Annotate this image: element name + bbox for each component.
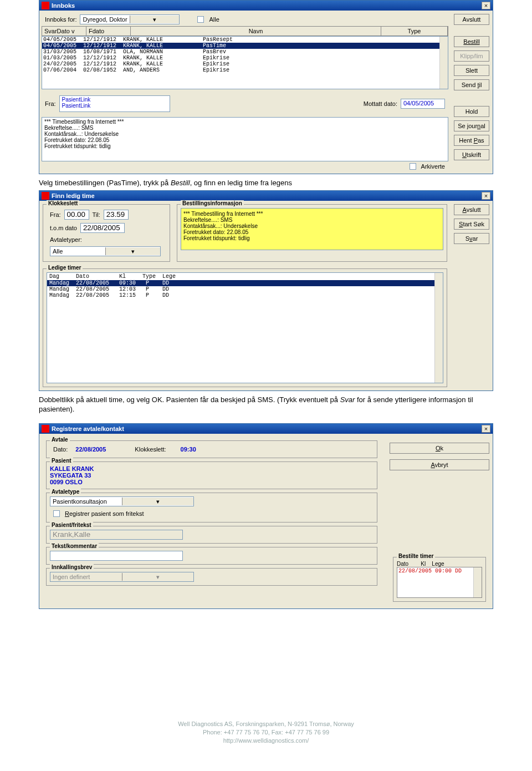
scrollbar[interactable] xyxy=(439,37,448,89)
col-navn[interactable]: Navn xyxy=(131,27,381,35)
scrollbar[interactable] xyxy=(473,567,482,597)
arkiverte-label: Arkiverte xyxy=(421,163,445,170)
innk-group: Innkallingsbrev Ingen definert▾ xyxy=(46,568,377,586)
inbox-title: Innboks xyxy=(52,2,75,9)
avtaletype-combo[interactable]: Pasientkonsultasjon▾ xyxy=(50,496,194,506)
slett-button[interactable]: Slett xyxy=(454,65,489,76)
til-label: Til: xyxy=(93,211,100,218)
regfri-checkbox[interactable] xyxy=(53,510,60,517)
flt-sidebar: Avslutt Start Søk Svar xyxy=(451,201,493,390)
hentpas-button[interactable]: Hent Pas xyxy=(454,135,489,146)
flt-title: Finn ledig time xyxy=(52,192,95,199)
inbox-detail: *** Timebestilling fra Internett *** Bek… xyxy=(42,117,448,161)
inbox-window: Innboks × Innboks for: Dyregod, Doktor▾ … xyxy=(39,0,493,174)
table-row[interactable]: Mandag 22/08/2005 12:15 P DD xyxy=(47,292,443,298)
utskrift-button[interactable]: Utskrift xyxy=(454,149,489,160)
bestilte-group: Bestilte timer Dato Kl Lege 22/08/2005 0… xyxy=(393,557,486,602)
col-type[interactable]: Type xyxy=(381,27,448,35)
sejournal-button[interactable]: Se journal xyxy=(454,120,489,131)
hold-button[interactable]: Hold xyxy=(454,106,489,117)
inbox-sidebar: Avslutt Bestill Klipp/lim Slett Send til… xyxy=(451,11,493,174)
find-time-window: Finn ledig time × Klokkeslett Fra: Til: … xyxy=(39,190,493,391)
avtale-group: Avtale Dato: 22/08/2005 Klokkeslett: 09:… xyxy=(46,440,377,458)
fra-label: Fra: xyxy=(45,100,56,107)
close-icon[interactable]: × xyxy=(482,425,490,433)
klokkeslett-group: Klokkeslett Fra: Til: t.o.m dato Avtalet… xyxy=(43,204,170,262)
table-row[interactable]: 07/06/2004 02/08/1952 AND, ANDERS Epikri… xyxy=(42,67,448,73)
tekst-group: Tekst/kommentar xyxy=(46,547,377,565)
avslutt-button[interactable]: Avslutt xyxy=(454,14,489,25)
table-row[interactable]: Mandag 22/08/2005 09:30 P DD xyxy=(47,280,443,286)
kl-value: 09:30 xyxy=(181,446,196,453)
til-input[interactable] xyxy=(104,210,129,220)
bestilte-header: Dato Kl Lege xyxy=(397,561,482,567)
all-label: Alle xyxy=(209,16,219,23)
inbox-for-label: Innboks for: xyxy=(45,16,76,23)
pasfri-group: Pasient/fritekst xyxy=(46,526,377,544)
prose-2: Dobbeltlikk på aktuell time, og velg OK.… xyxy=(39,393,493,417)
tom-label: t.o.m dato xyxy=(50,225,77,231)
avtaletyper-label: Avtaletyper: xyxy=(50,236,82,243)
app-icon xyxy=(42,2,49,9)
avslutt-button[interactable]: Avslutt xyxy=(454,204,489,215)
tekst-input[interactable] xyxy=(50,551,183,561)
pasient-addr: SYKEGATA 33 xyxy=(50,472,374,479)
chevron-down-icon[interactable]: ▾ xyxy=(122,498,194,505)
close-icon[interactable]: × xyxy=(482,2,490,9)
dato-label: Dato: xyxy=(53,446,68,453)
table-row[interactable]: 04/05/2005 12/12/1912 KRANK, KALLE PasRe… xyxy=(42,37,448,43)
sendtil-button[interactable]: Send til xyxy=(454,79,489,90)
all-checkbox[interactable] xyxy=(197,16,204,23)
pasient-group: Pasient KALLE KRANK SYKEGATA 33 0099 OSL… xyxy=(46,461,377,489)
col-svardato[interactable]: SvarDato v xyxy=(42,27,86,35)
bestinfo-text: *** Timebestilling fra Internett *** Bek… xyxy=(181,208,443,250)
pasient-name: KALLE KRANK xyxy=(50,465,374,472)
register-window: Registrere avtale/kontakt × Avtale Dato:… xyxy=(39,423,493,609)
kl-label: Klokkeslett: xyxy=(135,446,166,453)
flt-titlebar: Finn ledig time × xyxy=(39,191,493,201)
pasient-city: 0099 OSLO xyxy=(50,479,374,485)
start-sok-button[interactable]: Start Søk xyxy=(454,219,489,230)
bestill-button[interactable]: Bestill xyxy=(454,36,489,47)
table-row[interactable]: Mandag 22/08/2005 12:03 P DD xyxy=(47,286,443,292)
close-icon[interactable]: × xyxy=(482,192,490,200)
table-row[interactable]: 31/03/2005 16/08/1971 OLA, NORMANN PasBr… xyxy=(42,49,448,55)
avtaletyper-combo[interactable]: Alle▾ xyxy=(50,246,161,256)
chevron-down-icon[interactable]: ▾ xyxy=(130,16,180,23)
innk-combo: Ingen definert▾ xyxy=(50,572,194,582)
dato-value: 22/08/2005 xyxy=(75,446,106,453)
app-icon xyxy=(42,192,49,200)
prose-1: Velg timebestillingen (PasTime), trykk p… xyxy=(39,176,493,190)
fra-label: Fra: xyxy=(50,211,61,218)
table-row[interactable]: 04/05/2005 12/12/1912 KRANK, KALLE PasTi… xyxy=(42,43,448,49)
ok-button[interactable]: Ok xyxy=(390,443,489,454)
regfri-label: Registrer pasient som fritekst xyxy=(65,510,144,517)
ledige-list[interactable]: Dag Dato Kl Type Lege Mandag 22/08/2005 … xyxy=(47,272,443,383)
ledige-group: Ledige timer Dag Dato Kl Type Lege Manda… xyxy=(43,268,447,387)
avbryt-button[interactable]: Avbryt xyxy=(390,459,489,470)
table-row[interactable]: 01/03/2005 12/12/1912 KRANK, KALLE Epikr… xyxy=(42,55,448,61)
arkiverte-checkbox[interactable] xyxy=(410,163,416,170)
tom-input[interactable] xyxy=(80,223,125,233)
reg-title: Registrere avtale/kontakt xyxy=(52,425,124,432)
fra-field: PasientLink PasientLink xyxy=(59,95,170,112)
reg-titlebar: Registrere avtale/kontakt × xyxy=(39,424,493,434)
col-fdato[interactable]: Fdato xyxy=(86,27,131,35)
bestilte-list[interactable]: 22/08/2005 09:00 DD xyxy=(397,567,482,598)
pasfri-input xyxy=(50,530,183,540)
inbox-titlebar: Innboks × xyxy=(39,1,493,11)
chevron-down-icon: ▾ xyxy=(122,573,194,581)
page-footer: Well Diagnostics AS, Forskningsparken, N… xyxy=(39,720,493,745)
app-icon xyxy=(42,425,49,433)
inbox-column-headers: SvarDato v Fdato Navn Type xyxy=(42,26,448,36)
svar-button[interactable]: Svar xyxy=(454,233,489,244)
inbox-list[interactable]: 04/05/2005 12/12/1912 KRANK, KALLE PasRe… xyxy=(42,36,448,89)
mottatt-field: 04/05/2005 xyxy=(401,99,445,109)
bestinfo-group: Bestillingsinformasjon *** Timebestillin… xyxy=(177,204,447,262)
avtaletype-group: Avtaletype Pasientkonsultasjon▾ Registre… xyxy=(46,493,377,523)
fra-input[interactable] xyxy=(64,210,89,220)
table-row[interactable]: 24/02/2005 12/12/1912 KRANK, KALLE Epikr… xyxy=(42,61,448,67)
chevron-down-icon[interactable]: ▾ xyxy=(105,247,161,255)
inbox-for-combo[interactable]: Dyregod, Doktor▾ xyxy=(80,14,180,24)
scrollbar[interactable] xyxy=(434,273,443,383)
